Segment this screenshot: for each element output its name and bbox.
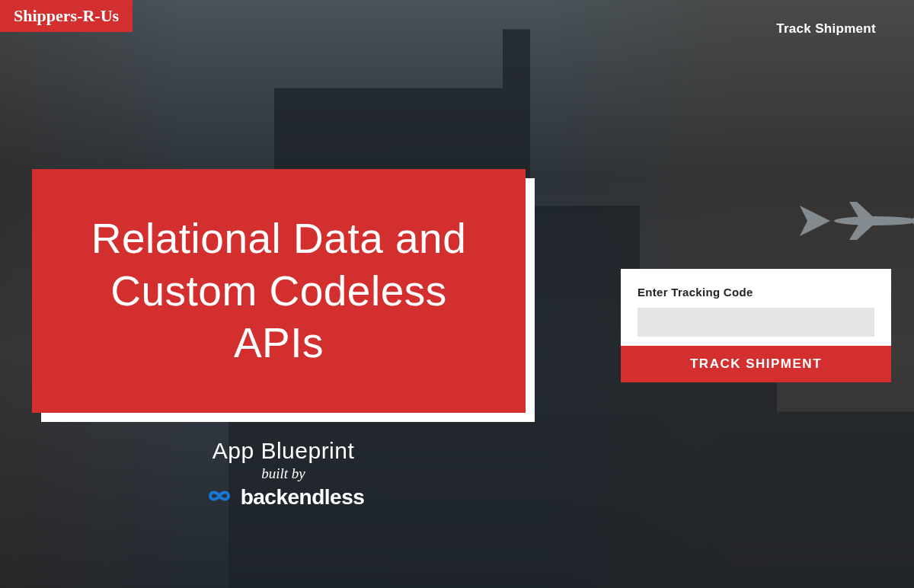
brand-logo-text: Shippers-R-Us — [14, 6, 119, 25]
backendless-infinity-icon — [203, 487, 236, 508]
nav-track-shipment-link[interactable]: Track Shipment — [776, 21, 876, 37]
backendless-name: backendless — [241, 485, 365, 510]
hero-card-front: Relational Data and Custom Codeless APIs — [32, 169, 526, 413]
track-button-label: TRACK SHIPMENT — [690, 356, 822, 371]
subtitle-text: App Blueprint — [32, 438, 535, 464]
tracking-panel: Enter Tracking Code TRACK SHIPMENT — [621, 269, 891, 382]
brand-logo[interactable]: Shippers-R-Us — [0, 0, 133, 32]
subtitle-block: App Blueprint built by backendless — [32, 438, 535, 510]
track-shipment-button[interactable]: TRACK SHIPMENT — [621, 346, 891, 382]
tracking-label: Enter Tracking Code — [638, 286, 874, 299]
nav-link-label: Track Shipment — [776, 21, 876, 36]
built-by-text: built by — [32, 465, 535, 482]
backendless-logo: backendless — [203, 485, 365, 510]
hero-title: Relational Data and Custom Codeless APIs — [70, 213, 487, 369]
hero-card: Relational Data and Custom Codeless APIs — [32, 169, 526, 413]
tracking-code-input[interactable] — [638, 308, 874, 337]
